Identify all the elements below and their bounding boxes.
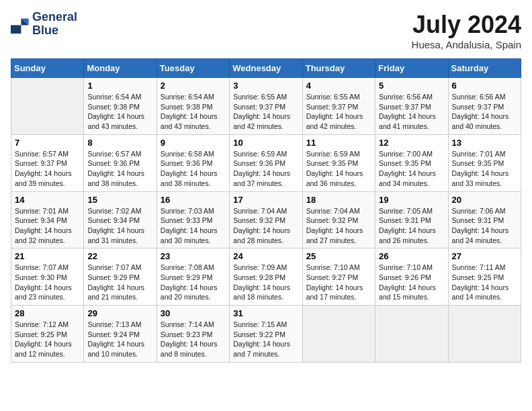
day-cell: 29Sunrise: 7:13 AM Sunset: 9:24 PM Dayli… <box>84 306 157 363</box>
day-cell: 27Sunrise: 7:11 AM Sunset: 9:25 PM Dayli… <box>448 248 521 306</box>
day-number: 10 <box>233 138 298 148</box>
day-number: 8 <box>87 138 152 148</box>
day-info: Sunrise: 6:54 AM Sunset: 9:38 PM Dayligh… <box>161 92 226 132</box>
day-info: Sunrise: 7:04 AM Sunset: 9:32 PM Dayligh… <box>306 206 371 246</box>
day-cell: 2Sunrise: 6:54 AM Sunset: 9:38 PM Daylig… <box>157 78 229 135</box>
day-number: 6 <box>452 81 517 91</box>
day-info: Sunrise: 7:08 AM Sunset: 9:29 PM Dayligh… <box>161 263 226 302</box>
day-info: Sunrise: 7:01 AM Sunset: 9:35 PM Dayligh… <box>452 149 517 189</box>
day-info: Sunrise: 6:57 AM Sunset: 9:36 PM Dayligh… <box>87 149 152 189</box>
day-number: 27 <box>452 251 517 261</box>
page-header: General Blue July 2024 Huesa, Andalusia,… <box>11 11 521 50</box>
day-cell: 20Sunrise: 7:06 AM Sunset: 9:31 PM Dayli… <box>448 191 521 248</box>
day-info: Sunrise: 6:55 AM Sunset: 9:37 PM Dayligh… <box>233 92 298 132</box>
day-info: Sunrise: 6:56 AM Sunset: 9:37 PM Dayligh… <box>452 92 517 132</box>
day-info: Sunrise: 7:02 AM Sunset: 9:34 PM Dayligh… <box>87 206 152 246</box>
day-cell: 24Sunrise: 7:09 AM Sunset: 9:28 PM Dayli… <box>230 248 302 306</box>
day-number: 11 <box>306 138 371 148</box>
day-number: 15 <box>87 195 152 205</box>
day-info: Sunrise: 7:04 AM Sunset: 9:32 PM Dayligh… <box>233 206 298 246</box>
week-row-2: 7Sunrise: 6:57 AM Sunset: 9:37 PM Daylig… <box>11 134 521 191</box>
day-info: Sunrise: 7:12 AM Sunset: 9:25 PM Dayligh… <box>15 320 80 359</box>
day-number: 7 <box>15 138 80 148</box>
calendar-table: Sunday Monday Tuesday Wednesday Thursday… <box>11 58 521 363</box>
day-number: 9 <box>161 138 226 148</box>
day-cell: 3Sunrise: 6:55 AM Sunset: 9:37 PM Daylig… <box>230 78 302 135</box>
day-number: 13 <box>452 138 517 148</box>
title-block: July 2024 Huesa, Andalusia, Spain <box>412 11 521 50</box>
day-cell: 30Sunrise: 7:14 AM Sunset: 9:23 PM Dayli… <box>157 306 229 363</box>
day-number: 31 <box>233 308 298 318</box>
day-cell: 1Sunrise: 6:54 AM Sunset: 9:38 PM Daylig… <box>84 78 157 135</box>
day-cell: 9Sunrise: 6:58 AM Sunset: 9:36 PM Daylig… <box>157 134 229 191</box>
location: Huesa, Andalusia, Spain <box>412 39 521 50</box>
day-number: 14 <box>15 195 80 205</box>
day-number: 17 <box>233 195 298 205</box>
day-info: Sunrise: 7:15 AM Sunset: 9:22 PM Dayligh… <box>233 320 298 359</box>
col-sunday: Sunday <box>11 59 84 78</box>
day-cell: 19Sunrise: 7:05 AM Sunset: 9:31 PM Dayli… <box>375 191 448 248</box>
day-number: 23 <box>161 251 226 261</box>
day-info: Sunrise: 6:59 AM Sunset: 9:35 PM Dayligh… <box>306 149 371 189</box>
day-info: Sunrise: 7:05 AM Sunset: 9:31 PM Dayligh… <box>379 206 444 246</box>
day-number: 4 <box>306 81 371 91</box>
day-cell: 10Sunrise: 6:59 AM Sunset: 9:36 PM Dayli… <box>230 134 302 191</box>
day-number: 16 <box>161 195 226 205</box>
day-number: 5 <box>379 81 444 91</box>
day-cell: 18Sunrise: 7:04 AM Sunset: 9:32 PM Dayli… <box>302 191 375 248</box>
week-row-3: 14Sunrise: 7:01 AM Sunset: 9:34 PM Dayli… <box>11 191 521 248</box>
day-cell <box>448 306 521 363</box>
day-number: 12 <box>379 138 444 148</box>
day-cell: 12Sunrise: 7:00 AM Sunset: 9:35 PM Dayli… <box>375 134 448 191</box>
day-info: Sunrise: 7:07 AM Sunset: 9:29 PM Dayligh… <box>87 263 152 302</box>
logo-text: General Blue <box>32 11 77 38</box>
day-info: Sunrise: 7:11 AM Sunset: 9:25 PM Dayligh… <box>452 263 517 302</box>
day-number: 30 <box>161 308 226 318</box>
day-number: 21 <box>15 251 80 261</box>
day-info: Sunrise: 6:54 AM Sunset: 9:38 PM Dayligh… <box>87 92 152 132</box>
day-cell: 25Sunrise: 7:10 AM Sunset: 9:27 PM Dayli… <box>302 248 375 306</box>
day-info: Sunrise: 7:10 AM Sunset: 9:27 PM Dayligh… <box>306 263 371 302</box>
day-cell: 7Sunrise: 6:57 AM Sunset: 9:37 PM Daylig… <box>11 134 84 191</box>
day-number: 24 <box>233 251 298 261</box>
logo: General Blue <box>11 11 77 38</box>
week-row-4: 21Sunrise: 7:07 AM Sunset: 9:30 PM Dayli… <box>11 248 521 306</box>
day-cell: 23Sunrise: 7:08 AM Sunset: 9:29 PM Dayli… <box>157 248 229 306</box>
col-friday: Friday <box>375 59 448 78</box>
day-info: Sunrise: 6:57 AM Sunset: 9:37 PM Dayligh… <box>15 149 80 189</box>
day-info: Sunrise: 7:13 AM Sunset: 9:24 PM Dayligh… <box>87 320 152 359</box>
calendar-body: 1Sunrise: 6:54 AM Sunset: 9:38 PM Daylig… <box>11 78 521 363</box>
day-info: Sunrise: 7:00 AM Sunset: 9:35 PM Dayligh… <box>379 149 444 189</box>
week-row-5: 28Sunrise: 7:12 AM Sunset: 9:25 PM Dayli… <box>11 306 521 363</box>
day-cell: 5Sunrise: 6:56 AM Sunset: 9:37 PM Daylig… <box>375 78 448 135</box>
col-wednesday: Wednesday <box>230 59 302 78</box>
day-cell: 31Sunrise: 7:15 AM Sunset: 9:22 PM Dayli… <box>230 306 302 363</box>
day-cell: 6Sunrise: 6:56 AM Sunset: 9:37 PM Daylig… <box>448 78 521 135</box>
day-cell: 13Sunrise: 7:01 AM Sunset: 9:35 PM Dayli… <box>448 134 521 191</box>
day-info: Sunrise: 6:58 AM Sunset: 9:36 PM Dayligh… <box>161 149 226 189</box>
day-number: 29 <box>87 308 152 318</box>
day-cell: 15Sunrise: 7:02 AM Sunset: 9:34 PM Dayli… <box>84 191 157 248</box>
week-row-1: 1Sunrise: 6:54 AM Sunset: 9:38 PM Daylig… <box>11 78 521 135</box>
logo-line1: General <box>32 11 77 24</box>
day-number: 25 <box>306 251 371 261</box>
day-cell: 21Sunrise: 7:07 AM Sunset: 9:30 PM Dayli… <box>11 248 84 306</box>
day-info: Sunrise: 7:10 AM Sunset: 9:26 PM Dayligh… <box>379 263 444 302</box>
day-number: 18 <box>306 195 371 205</box>
day-info: Sunrise: 6:56 AM Sunset: 9:37 PM Dayligh… <box>379 92 444 132</box>
day-cell <box>302 306 375 363</box>
day-number: 20 <box>452 195 517 205</box>
day-number: 22 <box>87 251 152 261</box>
day-number: 26 <box>379 251 444 261</box>
day-cell: 8Sunrise: 6:57 AM Sunset: 9:36 PM Daylig… <box>84 134 157 191</box>
day-number: 1 <box>87 81 152 91</box>
day-info: Sunrise: 7:06 AM Sunset: 9:31 PM Dayligh… <box>452 206 517 246</box>
day-info: Sunrise: 7:09 AM Sunset: 9:28 PM Dayligh… <box>233 263 298 302</box>
header-row: Sunday Monday Tuesday Wednesday Thursday… <box>11 59 521 78</box>
day-cell: 11Sunrise: 6:59 AM Sunset: 9:35 PM Dayli… <box>302 134 375 191</box>
logo-line2: Blue <box>32 24 77 38</box>
day-info: Sunrise: 7:07 AM Sunset: 9:30 PM Dayligh… <box>15 263 80 302</box>
day-cell: 26Sunrise: 7:10 AM Sunset: 9:26 PM Dayli… <box>375 248 448 306</box>
day-cell <box>11 78 84 135</box>
col-monday: Monday <box>84 59 157 78</box>
